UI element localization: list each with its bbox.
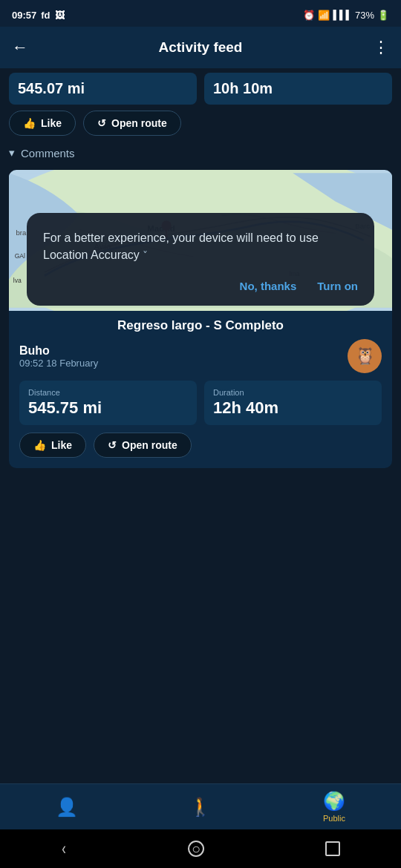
page-title: Activity feed: [159, 39, 243, 56]
distance-value: 545.75 mi: [28, 398, 188, 418]
back-button[interactable]: ←: [12, 38, 28, 57]
duration-label: Duration: [213, 388, 373, 397]
svg-text:lva: lva: [13, 277, 22, 284]
android-recents[interactable]: [325, 841, 340, 856]
turn-on-button[interactable]: Turn on: [317, 280, 358, 292]
status-carrier: fd: [41, 10, 50, 21]
status-time: 09:57: [12, 10, 36, 21]
android-nav: ‹ ○: [0, 829, 401, 868]
alarm-icon: ⏰: [303, 10, 315, 21]
comments-row[interactable]: ▾ Comments: [9, 142, 392, 161]
open-route-button-top[interactable]: ↺ Open route: [83, 111, 181, 136]
no-thanks-button[interactable]: No, thanks: [240, 280, 297, 292]
user-name: Buho: [19, 344, 98, 358]
top-bar: ← Activity feed ⋮: [0, 27, 401, 68]
android-back[interactable]: ‹: [62, 838, 66, 859]
nav-item-public[interactable]: 🌍 Public: [323, 791, 345, 823]
nav-item-activity[interactable]: 🚶: [189, 797, 212, 818]
chevron-down-icon: ▾: [9, 146, 15, 160]
battery-icon: 🔋: [377, 10, 389, 21]
battery-text: 73%: [355, 10, 374, 21]
like-icon-top: 👍: [23, 117, 36, 129]
public-label: Public: [323, 814, 345, 823]
like-button-main[interactable]: 👍 Like: [19, 433, 86, 458]
android-home[interactable]: ○: [188, 841, 204, 857]
user-avatar: 🦉: [348, 339, 382, 373]
modal-actions: No, thanks Turn on: [43, 280, 358, 292]
user-info: Buho 09:52 18 February: [19, 344, 98, 369]
card-body: Regreso largo - S Completo Buho 09:52 18…: [9, 311, 392, 468]
duration-box: Duration 12h 40m: [204, 381, 382, 425]
like-button-top[interactable]: 👍 Like: [9, 111, 76, 136]
bottom-nav: 👤 🚶 🌍 Public: [0, 783, 401, 829]
wifi-icon: 📶: [318, 10, 330, 21]
open-route-button-main[interactable]: ↺ Open route: [94, 433, 192, 458]
route-icon-main: ↺: [108, 439, 117, 451]
distance-box: Distance 545.75 mi: [19, 381, 197, 425]
svg-text:GAl: GAl: [15, 252, 25, 260]
comments-label: Comments: [21, 147, 75, 160]
nav-item-profile[interactable]: 👤: [56, 797, 78, 818]
menu-button[interactable]: ⋮: [373, 38, 389, 57]
modal-chevron: ˅: [143, 249, 148, 261]
public-icon: 🌍: [323, 791, 345, 812]
status-photo-icon: 🖼: [55, 10, 65, 21]
status-right: ⏰ 📶 ▌▌▌ 73% 🔋: [303, 10, 389, 21]
profile-icon: 👤: [56, 797, 78, 818]
location-accuracy-modal: For a better experience, your device wil…: [27, 213, 374, 306]
like-icon-main: 👍: [33, 439, 46, 451]
main-activity-card: Ávila Madrid bra GAl lva Barc aJk lma Fo…: [9, 170, 392, 468]
user-date: 09:52 18 February: [19, 358, 98, 369]
svg-text:bra: bra: [16, 228, 27, 237]
route-icon-top: ↺: [97, 117, 106, 129]
distance-label: Distance: [28, 388, 188, 397]
status-bar: 09:57 fd 🖼 ⏰ 📶 ▌▌▌ 73% 🔋: [0, 0, 401, 27]
partial-distance-box: 545.07 mi: [9, 73, 197, 105]
modal-text: For a better experience, your device wil…: [43, 229, 358, 263]
route-title: Regreso largo - S Completo: [19, 318, 382, 333]
partial-duration-value: 10h 10m: [213, 80, 383, 97]
partial-card-top: 545.07 mi 10h 10m 👍 Like ↺ Open route ▾ …: [0, 68, 401, 161]
duration-value: 12h 40m: [213, 398, 373, 418]
main-content: 545.07 mi 10h 10m 👍 Like ↺ Open route ▾ …: [0, 68, 401, 783]
status-left: 09:57 fd 🖼: [12, 10, 65, 21]
partial-duration-box: 10h 10m: [204, 73, 392, 105]
activity-icon: 🚶: [189, 797, 212, 818]
user-row: Buho 09:52 18 February 🦉: [19, 339, 382, 373]
signal-icon: ▌▌▌: [333, 10, 352, 20]
partial-distance-value: 545.07 mi: [18, 80, 188, 97]
map-area: Ávila Madrid bra GAl lva Barc aJk lma Fo…: [9, 170, 392, 311]
